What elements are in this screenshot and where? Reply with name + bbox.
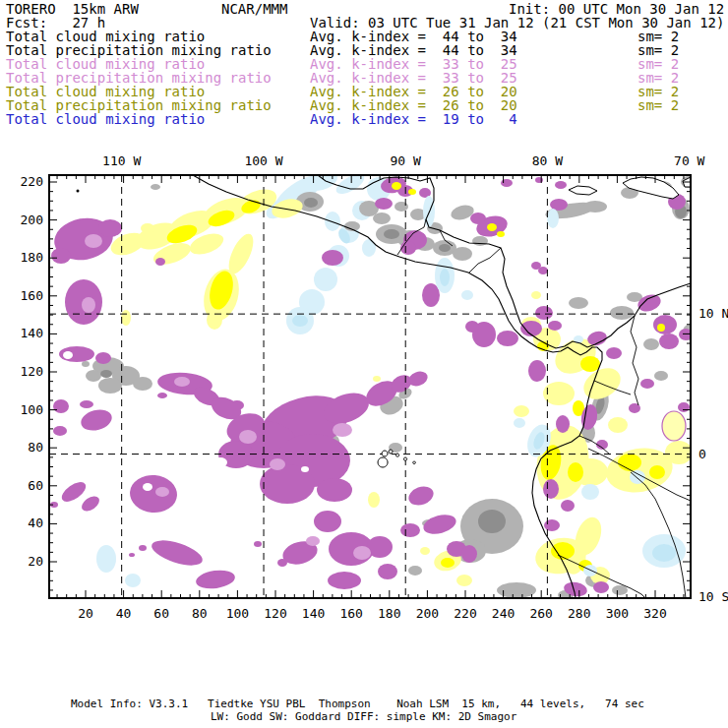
y-axis-tick-label: 80: [28, 440, 43, 455]
x-axis-tick-label: 120: [264, 606, 286, 621]
x-axis-tick-label: 260: [529, 606, 552, 621]
model-info-line1: Model Info: V3.3.1 Tiedtke YSU PBL Thomp…: [71, 698, 644, 710]
latitude-label: 10 N: [698, 306, 728, 321]
x-axis-tick-label: 300: [606, 606, 629, 621]
y-axis-tick-label: 220: [21, 174, 43, 189]
y-axis-tick-label: 40: [28, 516, 43, 530]
longitude-label: 70 W: [674, 153, 704, 168]
y-axis-tick-label: 200: [21, 212, 43, 227]
longitude-label: 110 W: [102, 153, 141, 168]
y-axis-tick-label: 160: [21, 288, 43, 303]
x-axis-tick-label: 160: [339, 606, 362, 621]
latitude-label: 10 S: [698, 589, 728, 604]
x-axis-tick-label: 240: [492, 606, 515, 621]
forecast-map: 2040608010012014016018020022024026028030…: [0, 0, 728, 728]
y-axis-tick-label: 100: [21, 402, 43, 417]
x-axis-tick-label: 40: [116, 606, 132, 621]
x-axis-tick-label: 200: [416, 606, 439, 621]
longitude-label: 90 W: [391, 153, 421, 168]
x-axis-tick-label: 20: [78, 606, 93, 621]
longitude-label: 80 W: [532, 153, 563, 168]
map-area: 2040608010012014016018020022024026028030…: [0, 0, 728, 728]
map-plot-inner: [49, 169, 697, 600]
x-axis-tick-label: 280: [568, 606, 590, 621]
latitude-label: 0: [698, 447, 706, 461]
x-axis-tick-label: 220: [454, 606, 476, 621]
y-axis-tick-label: 180: [21, 250, 43, 265]
layer-pale-yellow-outlined: [662, 411, 686, 441]
y-axis-tick-label: 140: [21, 326, 43, 340]
x-axis-tick-label: 100: [226, 606, 249, 621]
x-axis-tick-label: 80: [192, 606, 208, 621]
longitude-label: 100 W: [244, 153, 282, 168]
x-axis-tick-label: 180: [378, 606, 400, 621]
y-axis-tick-label: 20: [28, 554, 43, 569]
x-axis-tick-label: 60: [153, 606, 169, 621]
x-axis-tick-label: 140: [302, 606, 325, 621]
x-axis-tick-label: 320: [643, 606, 666, 621]
model-info-line2: LW: Godd SW: Goddard DIFF: simple KM: 2D…: [211, 710, 516, 723]
y-axis-tick-label: 120: [21, 364, 43, 379]
y-axis-tick-label: 60: [28, 478, 43, 493]
